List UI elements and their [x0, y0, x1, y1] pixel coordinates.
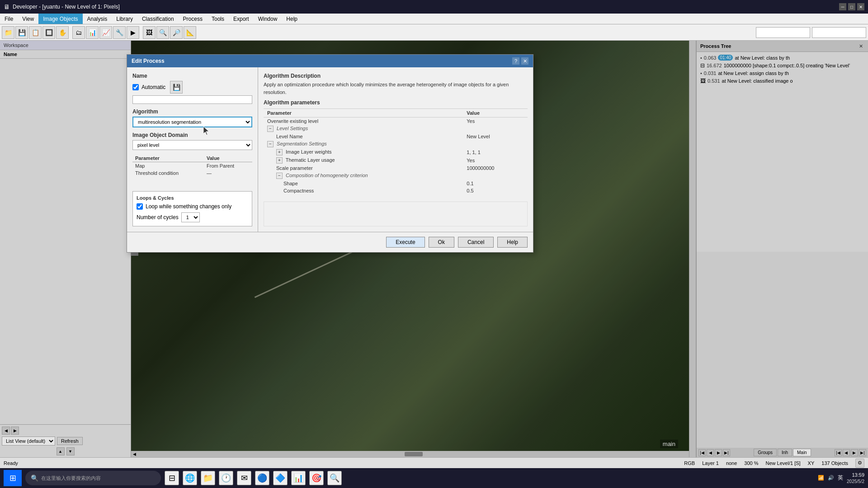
thematic-indent: + Thematic Layer usage	[267, 157, 335, 163]
cancel-button[interactable]: Cancel	[458, 237, 494, 248]
toolbar-btn-14[interactable]: 📐	[184, 26, 196, 39]
menu-window[interactable]: Window	[254, 14, 282, 24]
menu-library[interactable]: Library	[112, 14, 137, 24]
taskbar-app1[interactable]: 📊	[291, 471, 306, 485]
algo-row-scale: Scale parameter 1000000000	[264, 164, 528, 172]
taskbar-time: 13:59 2025/5/2	[847, 472, 864, 484]
windows-taskbar: ⊞ 🔍 在这里输入你要搜索的内容 ⊟ 🌐 📁 🕐 ✉ 🔵 🔷 📊 🎯 🔍 📶 🔊…	[0, 468, 868, 488]
menu-help[interactable]: Help	[282, 14, 302, 24]
algorithm-section: Algorithm multiresolution segmentation	[132, 108, 252, 127]
level-settings-label: Level Settings	[277, 126, 308, 131]
toolbar-input-2[interactable]	[812, 27, 866, 38]
menu-image-objects[interactable]: Image Objects	[38, 14, 82, 24]
toolbar-btn-3[interactable]: 📋	[29, 26, 42, 39]
minimize-button[interactable]: ─	[839, 3, 846, 10]
dialog-body: Name Automatic 💾 1000000000 [shape:0.1 c…	[127, 67, 533, 232]
menu-file[interactable]: File	[0, 14, 18, 24]
ok-button[interactable]: Ok	[429, 237, 454, 248]
automatic-checkbox-row: Automatic 💾	[132, 81, 252, 94]
taskbar-search[interactable]: 🔍 在这里输入你要搜索的内容	[25, 471, 161, 485]
status-icon[interactable]: ⚙	[855, 459, 864, 468]
menu-bar: File View Image Objects Analysis Library…	[0, 14, 868, 24]
status-ready: Ready	[4, 460, 18, 466]
toolbar-btn-8[interactable]: 📈	[99, 26, 112, 39]
algo-desc-text: Apply an optimization procedure which lo…	[264, 81, 528, 96]
image-layer-expand[interactable]: +	[276, 149, 283, 155]
automatic-checkbox[interactable]	[132, 84, 139, 90]
menu-classification[interactable]: Classification	[137, 14, 179, 24]
status-xy: XY	[808, 460, 815, 466]
taskbar-task-view[interactable]: ⊟	[165, 471, 179, 485]
main-layout: Workspace Name ◀ ▶ List View (default) R…	[0, 41, 868, 457]
loops-checkbox[interactable]	[137, 203, 143, 210]
taskbar-files[interactable]: 📁	[201, 471, 215, 485]
search-placeholder: 在这里输入你要搜索的内容	[41, 475, 101, 482]
dialog-overlay: Edit Process ? ✕ Name Automatic	[0, 41, 868, 457]
taskbar-chrome[interactable]: 🔵	[255, 471, 269, 485]
dialog-close-btn[interactable]: ✕	[521, 57, 528, 65]
taskbar-edge[interactable]: 🔷	[273, 471, 288, 485]
toolbar-btn-9[interactable]: 🔧	[113, 26, 126, 39]
menu-analysis[interactable]: Analysis	[83, 14, 112, 24]
composition-expand[interactable]: −	[276, 173, 283, 179]
algorithm-select[interactable]: multiresolution segmentation	[132, 117, 252, 127]
status-color: RGB	[684, 460, 695, 466]
toolbar-btn-10[interactable]: ▶	[127, 26, 139, 39]
thematic-expand[interactable]: +	[276, 157, 283, 164]
algo-row-level-settings: − Level Settings	[264, 125, 528, 133]
toolbar-btn-13[interactable]: 🔎	[170, 26, 183, 39]
name-input[interactable]: 1000000000 [shape:0.1 compct:.0.5] creat…	[132, 95, 252, 104]
algo-shape-param: Shape	[264, 180, 463, 187]
scale-indent: Scale parameter	[267, 165, 313, 171]
algo-col-value: Value	[463, 109, 528, 117]
taskbar-ie[interactable]: 🌐	[183, 471, 197, 485]
menu-export[interactable]: Export	[229, 14, 254, 24]
toolbar: 📁 💾 📋 🔲 ✋ 🗂 📊 📈 🔧 ▶ 🖼 🔍 🔎 📐	[0, 24, 868, 41]
taskbar-app2[interactable]: 🎯	[309, 471, 324, 485]
toolbar-btn-7[interactable]: 📊	[86, 26, 99, 39]
seg-settings-expand[interactable]: −	[267, 141, 274, 147]
help-button[interactable]: Help	[497, 237, 528, 248]
toolbar-btn-6[interactable]: 🗂	[72, 26, 85, 39]
toolbar-btn-11[interactable]: 🖼	[143, 26, 156, 39]
status-level: New Level/1 [S]	[766, 460, 801, 466]
algo-row-composition: − Composition of homogeneity criterion	[264, 172, 528, 180]
algo-params-table: Parameter Value Overwrite existing level…	[264, 108, 528, 194]
execute-button[interactable]: Execute	[386, 237, 425, 248]
time-display: 13:59	[847, 472, 864, 478]
taskbar-clock[interactable]: 🕐	[219, 471, 233, 485]
loops-cycles-section: Loops & Cycles Loop while something chan…	[132, 191, 252, 226]
taskbar-icons: 🌐 📁 🕐 ✉ 🔵 🔷 📊 🎯 🔍	[183, 471, 342, 485]
menu-view[interactable]: View	[18, 14, 38, 24]
start-button[interactable]: ⊞	[4, 470, 22, 486]
toolbar-btn-4[interactable]: 🔲	[42, 26, 55, 39]
algo-level-name-param: Level Name	[264, 133, 463, 140]
image-object-domain-select[interactable]: pixel level	[132, 140, 252, 150]
toolbar-btn-12[interactable]: 🔍	[156, 26, 169, 39]
menu-tools[interactable]: Tools	[207, 14, 229, 24]
param-col-header: Parameter	[132, 155, 204, 162]
dialog-title-buttons: ? ✕	[512, 57, 528, 65]
algo-row-level-name: Level Name New Level	[264, 133, 528, 140]
parameters-section: Parameter Value Map From Parent	[132, 155, 252, 177]
cycles-select[interactable]: 1	[181, 212, 200, 222]
save-name-btn[interactable]: 💾	[170, 81, 183, 94]
close-button[interactable]: ✕	[857, 3, 864, 10]
algo-overwrite-param: Overwrite existing level	[264, 117, 463, 125]
algo-image-layer-param: + Image Layer weights	[264, 148, 463, 156]
menu-process[interactable]: Process	[179, 14, 207, 24]
dialog-left: Name Automatic 💾 1000000000 [shape:0.1 c…	[127, 67, 258, 232]
algo-col-param: Parameter	[264, 109, 463, 117]
level-name-indent: Level Name	[267, 134, 303, 139]
toolbar-input-1[interactable]	[756, 27, 810, 38]
toolbar-btn-5[interactable]: ✋	[56, 26, 69, 39]
maximize-button[interactable]: □	[848, 3, 855, 10]
dialog-left-spacer	[132, 181, 252, 187]
loops-label: Loop while something changes only	[146, 203, 231, 210]
level-settings-expand[interactable]: −	[267, 126, 274, 132]
taskbar-mail[interactable]: ✉	[237, 471, 251, 485]
toolbar-btn-2[interactable]: 💾	[15, 26, 28, 39]
dialog-help-btn[interactable]: ?	[512, 57, 519, 65]
taskbar-search2[interactable]: 🔍	[327, 471, 342, 485]
toolbar-btn-1[interactable]: 📁	[2, 26, 14, 39]
